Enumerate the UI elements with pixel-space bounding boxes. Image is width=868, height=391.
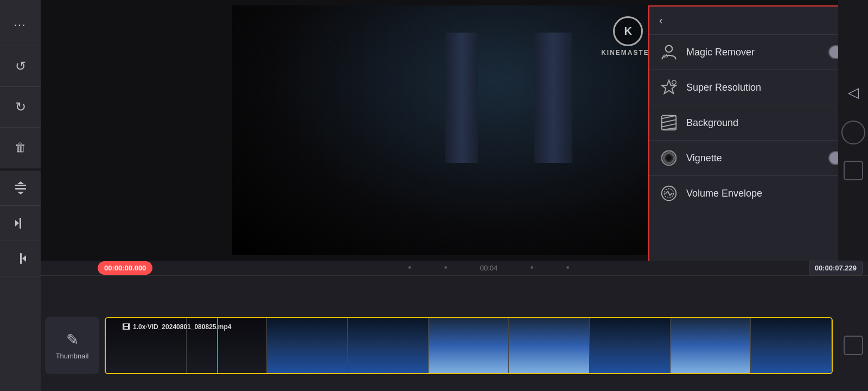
vignette-item[interactable]: Vignette xyxy=(649,141,864,176)
ruler-dot-2: • xyxy=(444,262,447,274)
video-track[interactable]: 🎞 1.0x·VID_20240801_080825.mp4 xyxy=(105,317,833,374)
background-item[interactable]: Background › xyxy=(649,105,864,141)
frame-7 xyxy=(590,318,671,373)
undo-icon: ↺ xyxy=(15,59,26,74)
delete-button[interactable]: 🗑 xyxy=(0,128,41,168)
svg-point-19 xyxy=(666,155,671,160)
thumbnail-button[interactable]: ✎ Thumbnail xyxy=(45,317,99,374)
svg-marker-5 xyxy=(15,220,19,226)
redo-icon: ↻ xyxy=(15,99,26,115)
volume-envelope-item[interactable]: Volume Envelope › xyxy=(649,176,864,211)
magic-remover-icon xyxy=(659,42,679,62)
layer-icon xyxy=(13,180,28,195)
main-area: K KINEMASTER ‹ Magic Remover xyxy=(41,0,868,391)
curtain-right xyxy=(534,33,572,163)
trim-left-icon xyxy=(13,216,28,231)
volume-envelope-label: Volume Envelope xyxy=(686,188,844,199)
edit-pencil-icon: ✎ xyxy=(66,331,79,349)
vignette-label: Vignette xyxy=(686,153,821,164)
svg-line-15 xyxy=(662,124,676,127)
timeline-rect-button[interactable] xyxy=(844,336,863,355)
trim-right-button[interactable] xyxy=(0,241,41,276)
delete-icon: 🗑 xyxy=(15,141,27,155)
undo-button[interactable]: ↺ xyxy=(0,46,41,87)
background-icon xyxy=(659,113,679,133)
frame-5 xyxy=(429,318,509,373)
back-row: ‹ xyxy=(649,7,864,35)
frame-9 xyxy=(751,318,832,373)
ruler-dot-3: • xyxy=(530,262,533,274)
km-logo-circle: K xyxy=(613,16,643,46)
redo-button[interactable]: ↻ xyxy=(0,87,41,128)
trim-right-icon xyxy=(13,251,28,266)
right-edge-controls: ◁ xyxy=(838,0,868,261)
thumbnail-label: Thumbnail xyxy=(56,352,89,360)
svg-point-11 xyxy=(672,80,676,85)
frame-6 xyxy=(509,318,590,373)
left-sidebar: ··· ↺ ↻ 🗑 xyxy=(0,0,41,391)
background-label: Background xyxy=(686,117,844,129)
svg-marker-2 xyxy=(17,181,24,184)
svg-marker-7 xyxy=(22,255,26,262)
svg-rect-1 xyxy=(15,188,26,190)
trim-left-button[interactable] xyxy=(0,206,41,241)
super-resolution-label: Super Resolution xyxy=(686,82,844,93)
vignette-icon xyxy=(659,148,679,168)
svg-marker-3 xyxy=(17,192,24,194)
time-end-badge: 00:00:07.229 xyxy=(809,261,863,275)
curtain-left xyxy=(445,33,478,163)
time-start-badge: 00:00:00.000 xyxy=(98,261,152,275)
layer-button[interactable] xyxy=(0,171,41,206)
ruler-dot-4: • xyxy=(566,262,570,274)
magic-remover-label: Magic Remover xyxy=(686,47,821,58)
magic-remover-item[interactable]: Magic Remover xyxy=(649,35,864,70)
timeline-tracks: ✎ Thumbnail 🎞 1.0x·VID_20240801_080825.m… xyxy=(41,276,868,391)
timeline-ruler: 00:00:00.000 • • 00:04 • • 00:00:07.229 xyxy=(41,261,868,276)
more-options-button[interactable]: ··· xyxy=(0,5,41,46)
km-letter: K xyxy=(624,25,632,37)
time-ruler-mid: • • 00:04 • • xyxy=(152,262,808,274)
km-logo-text: KINEMASTER xyxy=(601,49,655,56)
volume-envelope-icon xyxy=(659,184,679,203)
frame-3 xyxy=(267,318,348,373)
more-icon: ··· xyxy=(14,21,26,30)
back-arrow-button[interactable]: ◁ xyxy=(841,80,865,104)
rect-button[interactable] xyxy=(844,161,863,180)
track-filename: 🎞 1.0x·VID_20240801_080825.mp4 xyxy=(122,323,231,331)
svg-point-8 xyxy=(666,46,672,52)
super-resolution-icon xyxy=(659,78,679,97)
super-resolution-item[interactable]: Super Resolution › xyxy=(649,70,864,105)
timeline-right-edge xyxy=(838,280,868,391)
preview-area: K KINEMASTER ‹ Magic Remover xyxy=(41,0,868,261)
svg-rect-6 xyxy=(20,253,22,264)
timeline-area: 00:00:00.000 • • 00:04 • • 00:00:07.229 … xyxy=(41,261,868,391)
svg-marker-10 xyxy=(662,80,676,94)
circle-button[interactable] xyxy=(841,121,865,144)
frame-4 xyxy=(348,318,429,373)
time-mid: 00:04 xyxy=(480,264,498,272)
svg-rect-0 xyxy=(15,185,26,186)
film-icon: 🎞 xyxy=(122,323,130,331)
playhead xyxy=(217,317,218,374)
frame-8 xyxy=(671,318,751,373)
video-preview: K KINEMASTER xyxy=(232,5,677,255)
svg-rect-4 xyxy=(20,218,21,229)
ruler-dot-1: • xyxy=(408,262,411,274)
svg-line-14 xyxy=(662,119,676,123)
back-button[interactable]: ‹ xyxy=(659,14,663,27)
right-panel: ‹ Magic Remover xyxy=(648,5,865,266)
kinemaster-logo: K KINEMASTER xyxy=(601,16,655,56)
